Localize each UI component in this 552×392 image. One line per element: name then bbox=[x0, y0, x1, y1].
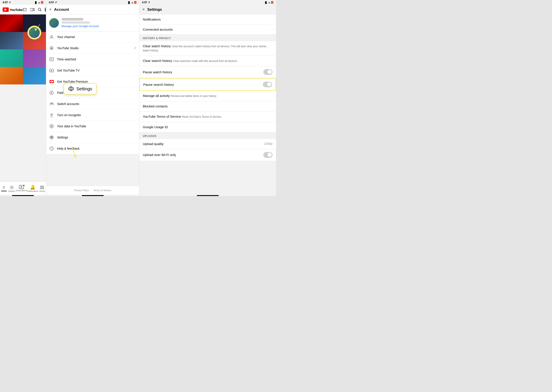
nav-home[interactable]: ⌂ Home bbox=[0, 184, 8, 192]
signal-icon-2: ▐▌ bbox=[127, 1, 131, 4]
your-data-icon bbox=[49, 124, 54, 129]
settings-popup-icon bbox=[68, 86, 74, 92]
status-bar-2: 4:57 ↗ ▐▌ ▲ ▪ bbox=[46, 0, 139, 5]
profile-name-blurred bbox=[62, 18, 83, 21]
youtube-logo-icon bbox=[3, 7, 9, 12]
cast-icon[interactable] bbox=[22, 7, 28, 12]
notifications-title: Notifications bbox=[143, 17, 161, 21]
menu-item-time-watched[interactable]: Time watched bbox=[46, 54, 139, 65]
settings-popup-text: Settings bbox=[76, 86, 92, 91]
video-icon[interactable] bbox=[30, 7, 35, 12]
svg-text:?: ? bbox=[51, 147, 53, 150]
nav-subscriptions[interactable]: Subscriptions bbox=[15, 185, 27, 192]
time-watched-label: Time watched bbox=[57, 57, 136, 61]
status-icons-3: ▐▌ ▲ ▪ bbox=[264, 1, 273, 4]
menu-item-youtube-tv[interactable]: Get YouTube TV bbox=[46, 65, 139, 76]
menu-item-your-channel[interactable]: Your channel bbox=[46, 31, 139, 43]
subscriptions-badge bbox=[23, 185, 25, 186]
pause-watch-history-row: Pause watch history bbox=[143, 69, 272, 75]
profile-info: Manage your Google Account bbox=[62, 18, 136, 28]
paid-memberships-icon: $ bbox=[49, 90, 54, 95]
settings-item-clear-search-history[interactable]: Clear search history Clear searches made… bbox=[139, 56, 276, 66]
menu-item-youtube-studio[interactable]: YouTube Studio ↗ bbox=[46, 43, 139, 54]
nav-library[interactable]: ▤ Library bbox=[38, 184, 46, 192]
settings-item-pause-search-history[interactable]: Pause search history bbox=[139, 78, 276, 91]
subscriptions-icon bbox=[19, 185, 24, 189]
video-thumb-1[interactable] bbox=[0, 14, 23, 32]
clear-search-history-sub: Clear searches made with this account fr… bbox=[173, 59, 237, 63]
settings-item-google-usage-id[interactable]: Google Usage ID bbox=[139, 122, 276, 132]
incognito-label: Turn on Incognito bbox=[57, 113, 136, 117]
svg-line-5 bbox=[41, 10, 41, 11]
upload-wifi-row: Upload over Wi-Fi only bbox=[143, 152, 272, 158]
nav-subscriptions-label: Subscriptions bbox=[15, 189, 27, 192]
blocked-contacts-title: Blocked contacts bbox=[143, 104, 167, 108]
close-button-settings[interactable]: × bbox=[142, 7, 145, 12]
manage-all-activity-title: Manage all activity bbox=[143, 94, 170, 98]
pause-watch-history-toggle[interactable] bbox=[263, 69, 272, 75]
youtube-studio-icon bbox=[49, 46, 54, 50]
svg-point-25 bbox=[51, 137, 52, 138]
terms-of-service-link[interactable]: Terms of Service bbox=[93, 189, 111, 192]
settings-item-clear-watch-history[interactable]: Clear watch history Clear this account's… bbox=[139, 41, 276, 56]
status-bar-1: 4:57 ↗ ▐▌ ▲ ▪ bbox=[0, 0, 46, 5]
menu-item-your-data[interactable]: Your data in YouTube bbox=[46, 121, 139, 132]
menu-spacer bbox=[46, 154, 139, 167]
nav-notifications[interactable]: 🔔 Notifications bbox=[27, 184, 38, 192]
svg-point-10 bbox=[51, 35, 53, 37]
settings-item-connected-accounts[interactable]: Connected accounts › bbox=[139, 25, 276, 35]
privacy-policy-link[interactable]: Privacy Policy bbox=[74, 189, 89, 192]
search-icon[interactable] bbox=[37, 7, 42, 12]
google-usage-id-title: Google Usage ID bbox=[143, 125, 168, 129]
menu-item-switch-accounts[interactable]: Switch accounts bbox=[46, 98, 139, 110]
bottom-spacer bbox=[139, 161, 276, 170]
footer-separator: · bbox=[91, 189, 91, 192]
pause-watch-history-title: Pause watch history bbox=[143, 70, 172, 74]
pause-search-history-toggle[interactable] bbox=[263, 82, 272, 87]
settings-item-blocked-contacts[interactable]: Blocked contacts bbox=[139, 101, 276, 112]
youtube-header: YouTube bbox=[0, 5, 46, 14]
settings-header: × Settings bbox=[139, 5, 276, 14]
arrow-annotation bbox=[25, 23, 42, 32]
account-profile: Manage your Google Account bbox=[46, 14, 139, 31]
settings-item-notifications[interactable]: Notifications › bbox=[139, 14, 276, 25]
video-thumb-8[interactable] bbox=[23, 67, 46, 84]
nav-library-label: Library bbox=[39, 190, 45, 192]
settings-title: Settings bbox=[147, 7, 162, 12]
manage-google-account-link[interactable]: Manage your Google Account bbox=[62, 25, 136, 28]
your-channel-label: Your channel bbox=[57, 35, 136, 39]
switch-accounts-label: Switch accounts bbox=[57, 102, 136, 106]
menu-item-settings[interactable]: Settings bbox=[46, 132, 139, 143]
settings-item-terms-of-service[interactable]: YouTube Terms of Service Read YouTube's … bbox=[139, 112, 276, 122]
battery-icon-2: ▪ bbox=[134, 1, 137, 4]
video-thumb-7[interactable] bbox=[0, 67, 23, 84]
svg-point-28 bbox=[70, 88, 72, 90]
help-icon: ? bbox=[49, 146, 54, 151]
youtube-logo: YouTube bbox=[3, 7, 22, 12]
video-thumb-6[interactable] bbox=[23, 49, 46, 67]
youtube-tv-icon bbox=[49, 68, 54, 73]
svg-point-24 bbox=[51, 126, 52, 127]
close-button-account[interactable]: × bbox=[49, 7, 52, 12]
wifi-icon-3: ▲ bbox=[268, 1, 270, 4]
your-data-label: Your data in YouTube bbox=[57, 125, 136, 128]
menu-item-help[interactable]: ? Help & feedback bbox=[46, 143, 139, 154]
panel-youtube-home: 4:57 ↗ ▐▌ ▲ ▪ YouTube bbox=[0, 0, 46, 196]
settings-item-upload-quality[interactable]: Upload quality 1080p bbox=[139, 139, 276, 149]
settings-item-manage-all-activity[interactable]: Manage all activity Review and delete it… bbox=[139, 91, 276, 101]
youtube-premium-label: Get YouTube Premium bbox=[57, 80, 136, 83]
help-label: Help & feedback bbox=[57, 147, 136, 150]
video-thumb-3[interactable] bbox=[0, 32, 23, 49]
menu-item-incognito[interactable]: Turn on Incognito bbox=[46, 110, 139, 121]
terms-of-service-sub: Read YouTube's Terms of Service bbox=[182, 115, 221, 118]
your-channel-icon bbox=[49, 35, 54, 39]
video-thumb-5[interactable] bbox=[0, 49, 23, 67]
settings-item-upload-wifi[interactable]: Upload over Wi-Fi only bbox=[139, 149, 276, 161]
settings-list: Notifications › Connected accounts › His… bbox=[139, 14, 276, 195]
upload-wifi-toggle[interactable] bbox=[263, 152, 272, 158]
settings-item-pause-watch-history[interactable]: Pause watch history bbox=[139, 66, 276, 78]
nav-explore[interactable]: ◎ Explore bbox=[8, 184, 16, 192]
status-icons-1: ▐▌ ▲ ▪ bbox=[34, 1, 43, 4]
signal-icon-3: ▐▌ bbox=[264, 1, 268, 4]
incognito-icon bbox=[49, 113, 54, 118]
